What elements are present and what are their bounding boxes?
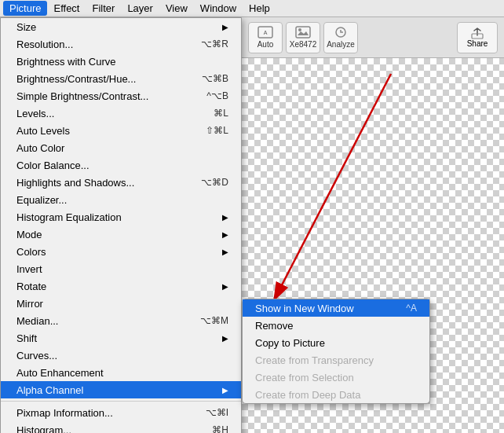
menu-item-equalizer[interactable]: Equalizer...: [1, 191, 241, 208]
menu-item-auto-enhancement[interactable]: Auto Enhancement: [1, 364, 241, 381]
menu-item-median[interactable]: Median... ⌥⌘M: [1, 312, 241, 329]
menubar-effect[interactable]: Effect: [47, 1, 86, 16]
menu-item-auto-levels[interactable]: Auto Levels ⇧⌘L: [1, 122, 241, 139]
menu-item-shift[interactable]: Shift ▶: [1, 329, 241, 347]
menu-item-invert[interactable]: Invert: [1, 260, 241, 277]
menu-item-rotate[interactable]: Rotate ▶: [1, 277, 241, 295]
menu-separator: [1, 401, 241, 402]
auto-icon: A: [257, 26, 273, 39]
toolbar-auto-button[interactable]: A Auto: [248, 22, 283, 53]
submenu-create-from-transparency: Create from Transparency: [243, 351, 429, 369]
menubar-picture[interactable]: Picture: [3, 1, 47, 16]
toolbar: A Auto Xe8472 Analyze Share: [242, 17, 504, 58]
analyze-icon: [333, 26, 349, 39]
menu-item-curves[interactable]: Curves...: [1, 347, 241, 364]
auto-label: Auto: [257, 40, 274, 49]
menu-item-resolution[interactable]: Resolution... ⌥⌘R: [1, 35, 241, 53]
menu-item-highlights-shadows[interactable]: Highlights and Shadows... ⌥⌘D: [1, 174, 241, 191]
submenu-create-from-deep-data: Create from Deep Data: [243, 386, 429, 403]
menu-item-simple-brightness[interactable]: Simple Brightness/Contrast... ^⌥B: [1, 87, 241, 105]
menu-item-histogram-equalization[interactable]: Histogram Equalization ▶: [1, 208, 241, 226]
menubar-layer[interactable]: Layer: [121, 1, 159, 16]
menu-item-color-balance[interactable]: Color Balance...: [1, 156, 241, 174]
share-icon: [470, 27, 484, 39]
submenu-remove[interactable]: Remove: [243, 317, 429, 334]
submenu-show-new-window[interactable]: Show in New Window ^A: [243, 299, 429, 317]
alpha-channel-submenu: Show in New Window ^A Remove Copy to Pic…: [242, 299, 430, 404]
menu-item-brightness-curve[interactable]: Brightness with Curve: [1, 53, 241, 70]
svg-rect-2: [296, 27, 310, 38]
menubar-window[interactable]: Window: [194, 1, 243, 16]
menu-item-pixmap-info[interactable]: Pixmap Information... ⌥⌘I: [1, 404, 241, 421]
menu-item-alpha-channel[interactable]: Alpha Channel ▶: [1, 381, 241, 398]
submenu-copy-to-picture[interactable]: Copy to Picture: [243, 334, 429, 351]
menu-item-mode[interactable]: Mode ▶: [1, 226, 241, 243]
share-label: Share: [467, 39, 488, 48]
menu-item-mirror[interactable]: Mirror: [1, 295, 241, 312]
menu-item-colors[interactable]: Colors ▶: [1, 243, 241, 260]
toolbar-analyze-button[interactable]: Analyze: [323, 22, 358, 53]
menubar-help[interactable]: Help: [243, 1, 276, 16]
analyze-label: Analyze: [327, 40, 355, 49]
picture-menu: Size ▶ Resolution... ⌥⌘R Brightness with…: [0, 17, 242, 433]
menubar: Picture Effect Filter Layer View Window …: [0, 0, 504, 17]
toolbar-share-button[interactable]: Share: [457, 22, 498, 53]
svg-point-3: [298, 28, 301, 31]
image-icon: [295, 26, 311, 39]
menu-item-histogram[interactable]: Histogram... ⌘H: [1, 421, 241, 433]
toolbar-image-button[interactable]: Xe8472: [286, 22, 320, 53]
submenu-create-from-selection: Create from Selection: [243, 369, 429, 386]
svg-text:A: A: [264, 30, 268, 35]
menu-item-brightness-contrast-hue[interactable]: Brightness/Contrast/Hue... ⌥⌘B: [1, 70, 241, 87]
menu-item-auto-color[interactable]: Auto Color: [1, 139, 241, 156]
menu-item-levels[interactable]: Levels... ⌘L: [1, 105, 241, 122]
menu-item-size[interactable]: Size ▶: [1, 18, 241, 35]
menubar-view[interactable]: View: [159, 1, 194, 16]
menubar-filter[interactable]: Filter: [86, 1, 121, 16]
xe8472-label: Xe8472: [290, 40, 316, 49]
